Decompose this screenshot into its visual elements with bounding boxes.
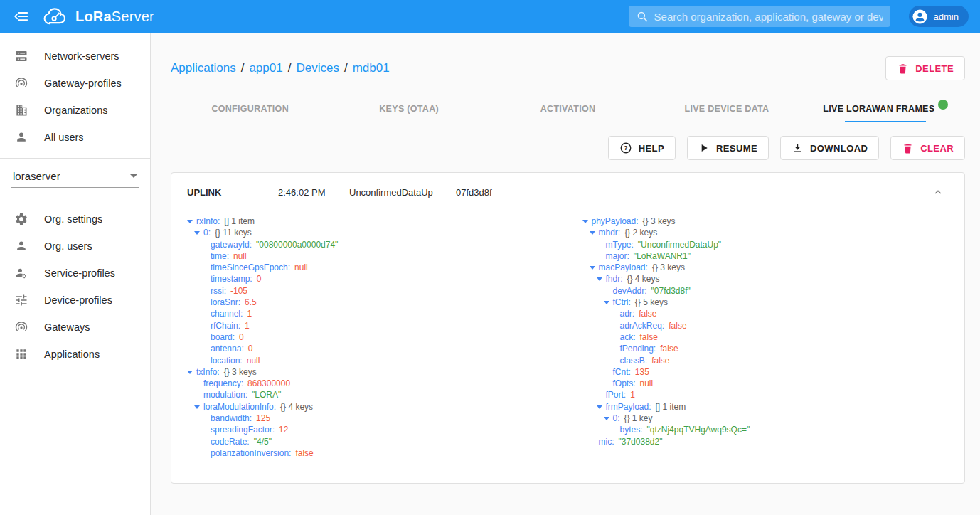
expand-triangle-icon[interactable] bbox=[604, 301, 609, 304]
sidebar-item-label: Device-profiles bbox=[44, 294, 112, 306]
clear-button[interactable]: CLEAR bbox=[890, 136, 965, 160]
json-tree-row: bandwidth:125 bbox=[187, 413, 558, 424]
delete-button-label: DELETE bbox=[915, 63, 954, 74]
resume-button[interactable]: RESUME bbox=[687, 136, 769, 160]
frames-toolbar: ? HELP RESUME DOWNLOAD bbox=[171, 136, 965, 160]
json-tree-row: codeRate:"4/5" bbox=[187, 436, 558, 447]
sidebar-item-label: Service-profiles bbox=[44, 267, 115, 279]
json-tree-row: bytes:"qtzNj4pqTVHgAwq9sQc=" bbox=[582, 424, 949, 435]
help-button[interactable]: ? HELP bbox=[608, 136, 676, 160]
breadcrumb-separator: / bbox=[241, 61, 245, 75]
json-tree-row: antenna:0 bbox=[187, 343, 558, 354]
download-button-label: DOWNLOAD bbox=[810, 143, 868, 154]
json-tree-row: board:0 bbox=[187, 331, 558, 343]
json-tree-row[interactable]: 0:{} 11 keys bbox=[187, 227, 558, 238]
json-tree-row[interactable]: fhdr:{} 4 keys bbox=[582, 273, 949, 285]
breadcrumb: Applications/app01/Devices/mdb01 bbox=[171, 61, 390, 75]
frame-dev-addr: 07fd3d8f bbox=[456, 187, 927, 198]
sidebar-item-org-users[interactable]: Org. users bbox=[0, 233, 150, 260]
organization-select[interactable]: loraserver bbox=[11, 166, 139, 188]
json-tree-row: polarizationInversion:false bbox=[187, 447, 558, 459]
breadcrumb-link-app01[interactable]: app01 bbox=[249, 61, 282, 75]
sidebar-item-organizations[interactable]: Organizations bbox=[0, 97, 150, 124]
rx-tx-info-tree: rxInfo:[] 1 item0:{} 11 keysgatewayId:"0… bbox=[187, 216, 568, 459]
person-gear-icon bbox=[13, 266, 30, 280]
frame-direction: UPLINK bbox=[187, 187, 278, 198]
breadcrumb-link-devices[interactable]: Devices bbox=[296, 61, 339, 75]
sidebar: Network-servers Gateway-profiles Organiz… bbox=[0, 33, 151, 515]
expand-triangle-icon[interactable] bbox=[187, 371, 193, 374]
json-tree-row: timeSinceGpsEpoch:null bbox=[187, 262, 558, 273]
json-tree-row: modulation:"LORA" bbox=[187, 389, 558, 400]
sidebar-item-label: Applications bbox=[44, 349, 100, 360]
clear-button-label: CLEAR bbox=[920, 143, 954, 154]
download-button[interactable]: DOWNLOAD bbox=[780, 136, 879, 160]
chevron-down-icon bbox=[130, 174, 137, 178]
tab-live-lorawan-frames[interactable]: LIVE LORAWAN FRAMES bbox=[806, 95, 965, 122]
person-icon bbox=[13, 130, 30, 144]
expand-triangle-icon[interactable] bbox=[194, 405, 200, 409]
json-tree-row[interactable]: 0:{} 1 key bbox=[582, 413, 949, 424]
json-tree-row[interactable]: macPayload:{} 3 keys bbox=[582, 262, 949, 273]
help-icon: ? bbox=[619, 142, 632, 154]
json-tree-row[interactable]: txInfo:{} 3 keys bbox=[187, 366, 558, 378]
delete-button[interactable]: DELETE bbox=[885, 56, 965, 80]
tab-keys-otaa[interactable]: KEYS (OTAA) bbox=[329, 95, 488, 122]
sidebar-item-network-servers[interactable]: Network-servers bbox=[0, 43, 150, 70]
connected-status-badge bbox=[938, 100, 948, 110]
sidebar-item-gateways[interactable]: Gateways bbox=[0, 314, 150, 341]
json-tree-row: timestamp:0 bbox=[187, 273, 558, 285]
json-tree-row[interactable]: phyPayload:{} 3 keys bbox=[582, 216, 949, 227]
sidebar-item-label: Network-servers bbox=[44, 51, 119, 62]
json-tree-row: fPort:1 bbox=[582, 389, 949, 400]
expand-triangle-icon[interactable] bbox=[582, 220, 588, 223]
expand-triangle-icon[interactable] bbox=[597, 277, 602, 281]
account-circle-icon bbox=[912, 9, 928, 25]
expand-triangle-icon[interactable] bbox=[187, 220, 193, 223]
sidebar-item-org-settings[interactable]: Org. settings bbox=[0, 206, 150, 233]
apps-grid-icon bbox=[13, 347, 30, 361]
expand-triangle-icon[interactable] bbox=[590, 266, 595, 270]
sidebar-item-label: Gateways bbox=[44, 322, 90, 333]
expand-triangle-icon[interactable] bbox=[597, 405, 602, 409]
json-tree-row: frequency:868300000 bbox=[187, 378, 558, 389]
json-tree-row[interactable]: frmPayload:[] 1 item bbox=[582, 401, 949, 413]
json-tree-row: channel:1 bbox=[187, 308, 558, 319]
main-content: Applications/app01/Devices/mdb01 DELETE … bbox=[151, 33, 980, 515]
search-input[interactable] bbox=[654, 11, 883, 23]
json-tree-row: fPending:false bbox=[582, 343, 949, 354]
sidebar-item-applications[interactable]: Applications bbox=[0, 341, 150, 368]
expand-triangle-icon[interactable] bbox=[604, 417, 609, 420]
server-icon bbox=[13, 49, 30, 63]
frame-message-type: UnconfirmedDataUp bbox=[349, 187, 456, 198]
breadcrumb-separator: / bbox=[288, 61, 292, 75]
download-icon bbox=[792, 142, 804, 154]
user-menu-button[interactable]: admin bbox=[909, 6, 969, 27]
user-name: admin bbox=[934, 11, 959, 22]
json-tree-row: mType:"UnconfirmedDataUp" bbox=[582, 239, 949, 250]
sidebar-item-service-profiles[interactable]: Service-profiles bbox=[0, 260, 150, 287]
tab-live-device-data[interactable]: LIVE DEVICE DATA bbox=[647, 95, 806, 122]
sidebar-item-device-profiles[interactable]: Device-profiles bbox=[0, 287, 150, 314]
chevron-up-icon[interactable] bbox=[927, 181, 949, 203]
app-title: LoRaServer bbox=[75, 9, 154, 25]
json-tree-row: devAddr:"07fd3d8f" bbox=[582, 285, 949, 297]
expand-triangle-icon[interactable] bbox=[590, 231, 595, 235]
json-tree-row[interactable]: mhdr:{} 2 keys bbox=[582, 227, 949, 238]
trash-icon bbox=[902, 142, 914, 154]
json-tree-row: ack:false bbox=[582, 331, 949, 343]
expand-triangle-icon[interactable] bbox=[194, 231, 200, 235]
phy-payload-tree: phyPayload:{} 3 keysmhdr:{} 2 keysmType:… bbox=[568, 216, 949, 459]
tab-activation[interactable]: ACTIVATION bbox=[489, 95, 647, 122]
sidebar-item-label: Organizations bbox=[44, 105, 107, 116]
menu-open-icon[interactable] bbox=[7, 2, 36, 31]
json-tree-row[interactable]: loraModulationInfo:{} 4 keys bbox=[187, 401, 558, 413]
json-tree-row[interactable]: fCtrl:{} 5 keys bbox=[582, 297, 949, 308]
sidebar-item-label: Org. settings bbox=[44, 213, 102, 225]
breadcrumb-link-mdb01[interactable]: mdb01 bbox=[353, 61, 390, 75]
json-tree-row[interactable]: rxInfo:[] 1 item bbox=[187, 216, 558, 227]
sidebar-item-all-users[interactable]: All users bbox=[0, 124, 150, 151]
breadcrumb-link-applications[interactable]: Applications bbox=[171, 61, 236, 75]
sidebar-item-gateway-profiles[interactable]: Gateway-profiles bbox=[0, 70, 150, 97]
tab-configuration[interactable]: CONFIGURATION bbox=[171, 95, 329, 122]
